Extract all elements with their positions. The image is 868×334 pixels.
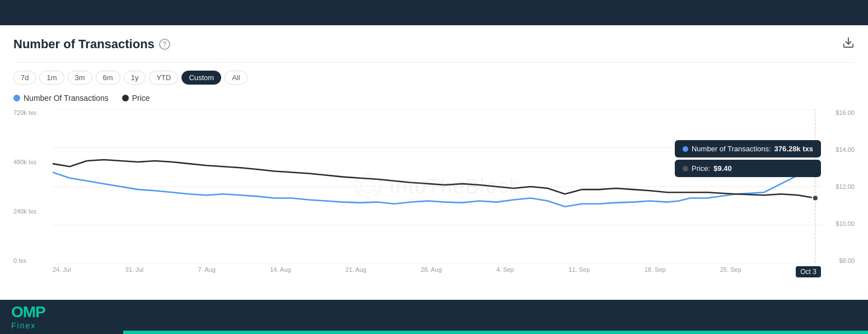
y-label-480: 480k txs bbox=[13, 159, 36, 165]
filter-custom[interactable]: Custom bbox=[181, 71, 221, 85]
logo-omp: OMP bbox=[11, 304, 45, 320]
help-icon[interactable]: ? bbox=[159, 39, 170, 50]
svg-point-15 bbox=[813, 172, 818, 178]
filter-7d[interactable]: 7d bbox=[13, 71, 36, 85]
x-label-11sep: 11. Sep bbox=[568, 266, 590, 277]
y-axis-right: $16.00 $14.00 $12.00 $10.00 $8.00 bbox=[836, 109, 855, 277]
x-label-18sep: 18. Sep bbox=[645, 266, 666, 277]
x-label-4sep: 4. Sep bbox=[496, 266, 514, 277]
y-label-720: 720k txs bbox=[13, 109, 36, 116]
x-label-14aug: 14. Aug bbox=[270, 266, 291, 277]
legend-price: Price bbox=[122, 94, 150, 103]
chart-area: 720k txs 480k txs 240k txs 0 txs $16.00 … bbox=[13, 109, 855, 277]
chart-svg bbox=[53, 109, 821, 264]
x-label-28aug: 28. Aug bbox=[421, 266, 442, 277]
download-button[interactable] bbox=[842, 36, 855, 52]
legend-dot-price bbox=[122, 95, 129, 101]
x-label-oct3: Oct 3 bbox=[796, 266, 821, 277]
x-label-31jul: 31. Jul bbox=[125, 266, 143, 277]
legend-transactions: Number Of Transactions bbox=[13, 94, 109, 103]
filter-ytd[interactable]: YTD bbox=[149, 71, 178, 85]
title-area: Number of Transactions ? bbox=[13, 37, 170, 52]
logo-block: OMP Finex bbox=[11, 304, 45, 330]
filter-1y[interactable]: 1y bbox=[124, 71, 146, 85]
green-progress-bar bbox=[123, 331, 868, 334]
filter-6m[interactable]: 6m bbox=[96, 71, 120, 85]
logo-finex: Finex bbox=[11, 321, 45, 330]
legend-dot-transactions bbox=[13, 95, 20, 101]
y-right-12: $12.00 bbox=[836, 183, 855, 190]
y-right-10: $10.00 bbox=[836, 220, 855, 227]
filter-all[interactable]: All bbox=[225, 71, 247, 85]
time-filters: 7d 1m 3m 6m 1y YTD Custom All bbox=[13, 71, 855, 85]
transactions-line bbox=[53, 172, 815, 206]
divider bbox=[13, 62, 855, 63]
svg-point-16 bbox=[813, 195, 818, 201]
y-label-240: 240k txs bbox=[13, 208, 36, 215]
legend-label-transactions: Number Of Transactions bbox=[24, 94, 109, 103]
filter-1m[interactable]: 1m bbox=[39, 71, 64, 85]
y-label-0: 0 txs bbox=[13, 257, 36, 264]
bottom-bar: OMP Finex bbox=[0, 300, 868, 334]
filter-3m[interactable]: 3m bbox=[68, 71, 92, 85]
y-right-14: $14.00 bbox=[836, 146, 855, 153]
chart-svg-container: IntoTheBlock bbox=[53, 109, 821, 264]
header-row: Number of Transactions ? bbox=[13, 36, 855, 52]
legend: Number Of Transactions Price bbox=[13, 94, 855, 103]
x-label-25sep: 25. Sep bbox=[720, 266, 741, 277]
y-right-8: $8.00 bbox=[836, 257, 855, 264]
x-axis-labels: 24. Jul 31. Jul 7. Aug 14. Aug 21. Aug 2… bbox=[53, 266, 821, 277]
legend-label-price: Price bbox=[132, 94, 150, 103]
top-bar bbox=[0, 0, 868, 25]
x-label-24jul: 24. Jul bbox=[53, 266, 71, 277]
x-label-21aug: 21. Aug bbox=[346, 266, 366, 277]
x-label-7aug: 7. Aug bbox=[198, 266, 216, 277]
main-content: Number of Transactions ? 7d 1m 3m 6m 1y … bbox=[0, 25, 868, 300]
y-axis-left: 720k txs 480k txs 240k txs 0 txs bbox=[13, 109, 36, 277]
logo-area: OMP Finex bbox=[11, 304, 45, 330]
chart-title: Number of Transactions bbox=[13, 37, 155, 52]
y-right-16: $16.00 bbox=[836, 109, 855, 116]
